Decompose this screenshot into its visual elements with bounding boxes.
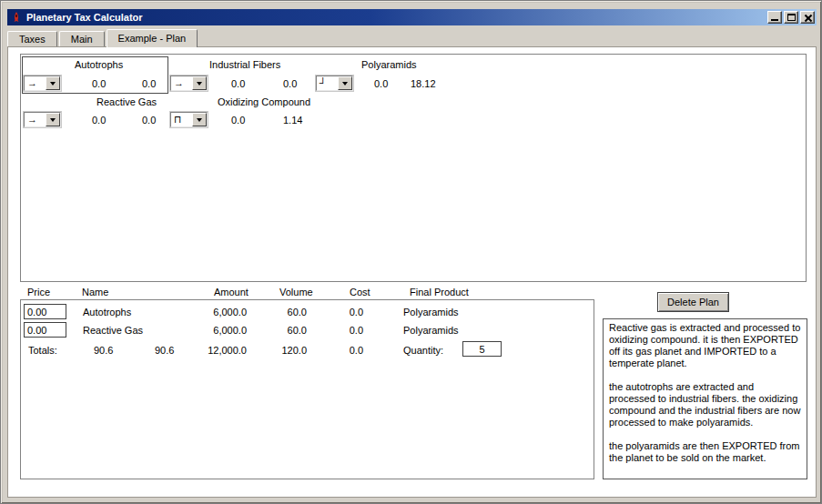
close-button[interactable] (800, 11, 815, 24)
chain-value: 0.0 (142, 78, 156, 89)
process-combo-industrial-fibers[interactable]: → (170, 76, 208, 91)
combo-selected-value: → (171, 76, 192, 90)
description-paragraph: the autotrophs are extracted and process… (609, 381, 801, 428)
column-header-name: Name (82, 287, 108, 297)
chevron-down-icon[interactable] (192, 113, 207, 126)
totals-amount: 12,000.0 (176, 345, 247, 356)
column-header-final-product: Final Product (410, 287, 469, 297)
table-row: Autotrophs 6,000.0 60.0 0.0 Polyaramids (21, 305, 594, 321)
description-paragraph: Reactive gas is extracted and processed … (609, 322, 801, 369)
column-header-cost: Cost (350, 287, 370, 297)
cell-name: Autotrophs (83, 307, 131, 318)
totals-value-1: 90.6 (94, 345, 113, 356)
process-combo-reactive-gas[interactable]: → (24, 112, 61, 127)
chain-value: 0.0 (142, 115, 156, 126)
minimize-icon (771, 19, 778, 21)
chevron-down-icon[interactable] (46, 113, 60, 126)
cell-final-product: Polyaramids (403, 325, 459, 336)
chain-value: 0.0 (231, 115, 245, 126)
price-input[interactable] (24, 304, 66, 319)
totals-volume: 120.0 (259, 345, 307, 356)
totals-cost: 0.0 (321, 345, 363, 356)
tab-bar: Taxes Main Example - Plan (7, 28, 199, 46)
totals-row: Totals: 90.6 90.6 12,000.0 120.0 0.0 Qua… (21, 343, 594, 359)
table-row: Reactive Gas 6,000.0 60.0 0.0 Polyaramid… (21, 323, 594, 339)
totals-label: Totals: (28, 345, 57, 356)
cell-cost: 0.0 (321, 307, 363, 318)
chevron-down-icon[interactable] (338, 76, 352, 90)
chain-value: 0.0 (92, 115, 106, 126)
tab-example-plan[interactable]: Example - Plan (107, 29, 198, 47)
cell-amount: 6,000.0 (176, 325, 247, 336)
plan-table: Autotrophs 6,000.0 60.0 0.0 Polyaramids … (20, 299, 594, 479)
production-chain-panel: Autotrophs Industrial Fibers Polyaramids… (20, 54, 807, 282)
totals-value-2: 90.6 (155, 345, 174, 356)
cell-volume: 60.0 (259, 325, 307, 336)
process-combo-polyaramids[interactable]: ┘ (316, 76, 353, 91)
column-header-amount: Amount (214, 287, 249, 297)
chain-value: 0.0 (231, 78, 245, 89)
chevron-down-icon[interactable] (46, 76, 60, 90)
process-combo-autotrophs[interactable]: → (24, 76, 61, 91)
minimize-button[interactable] (767, 11, 782, 24)
tab-main[interactable]: Main (59, 31, 105, 46)
titlebar: Planetary Tax Calculator (7, 9, 817, 25)
window-title: Planetary Tax Calculator (26, 12, 767, 23)
commodity-label-industrial-fibers: Industrial Fibers (209, 59, 280, 70)
cell-final-product: Polyaramids (403, 307, 459, 318)
commodity-label-reactive-gas: Reactive Gas (96, 96, 157, 107)
cell-name: Reactive Gas (83, 325, 143, 336)
cell-amount: 6,000.0 (176, 307, 247, 318)
commodity-label-polyaramids: Polyaramids (361, 59, 417, 70)
chain-value: 0.0 (92, 78, 106, 89)
description-paragraph: the polyaramids are then EXPORTED from t… (609, 440, 801, 464)
tab-page: Autotrophs Industrial Fibers Polyaramids… (7, 46, 817, 498)
quantity-input[interactable] (462, 341, 502, 357)
app-icon (10, 11, 23, 24)
combo-selected-value: ┘ (317, 76, 338, 90)
app-window: Planetary Tax Calculator Taxes Main Exam… (0, 0, 822, 504)
combo-selected-value: → (25, 113, 46, 126)
plan-description: Reactive gas is extracted and processed … (603, 318, 807, 479)
column-header-price: Price (27, 287, 50, 297)
chain-value: 0.0 (283, 78, 297, 89)
chevron-down-icon[interactable] (192, 76, 207, 90)
close-icon (804, 14, 812, 22)
tab-taxes[interactable]: Taxes (7, 31, 57, 46)
commodity-label-autotrophs: Autotrophs (75, 59, 123, 70)
chain-value: 1.14 (283, 115, 302, 126)
delete-plan-button[interactable]: Delete Plan (657, 292, 729, 312)
combo-selected-value: ⊓ (171, 113, 192, 126)
quantity-label: Quantity: (403, 345, 443, 356)
maximize-button[interactable] (784, 11, 798, 24)
price-input[interactable] (24, 322, 66, 338)
process-combo-oxidizing-compound[interactable]: ⊓ (170, 112, 208, 127)
chain-value: 0.0 (374, 78, 388, 89)
cell-cost: 0.0 (321, 325, 363, 336)
maximize-icon (787, 14, 796, 21)
combo-selected-value: → (25, 76, 46, 90)
cell-volume: 60.0 (259, 307, 307, 318)
commodity-label-oxidizing-compound: Oxidizing Compound (218, 96, 310, 107)
chain-value: 18.12 (411, 78, 436, 89)
window-controls (767, 11, 815, 24)
column-header-volume: Volume (279, 287, 313, 297)
